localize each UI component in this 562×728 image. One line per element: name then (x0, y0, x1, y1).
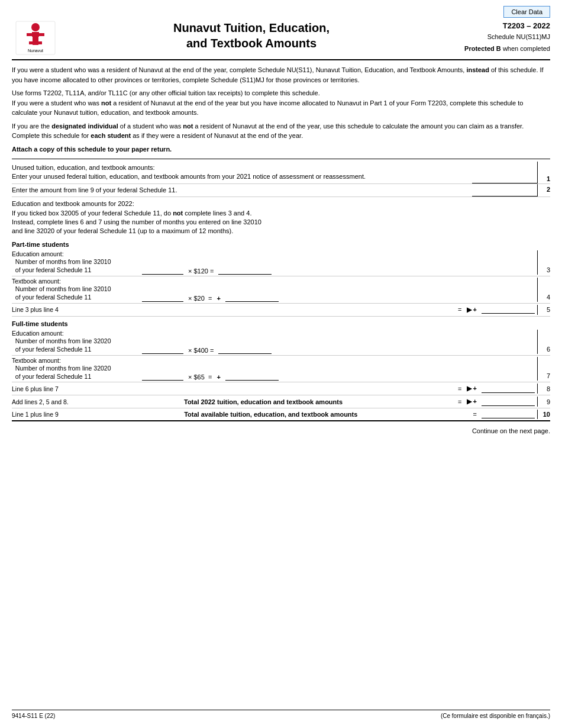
footer: 9414-S11 E (22) (Ce formulaire est dispo… (12, 710, 550, 719)
line6-result-input[interactable] (218, 346, 272, 354)
svg-rect-2 (32, 32, 39, 37)
line2-desc: Enter the amount from line 9 of your fed… (12, 184, 472, 197)
line8-desc: Line 6 plus line 7 (12, 385, 142, 392)
line2-number: 2 (537, 184, 550, 197)
full-time-heading: Full-time students (12, 320, 550, 327)
line2-input[interactable] (472, 187, 537, 197)
line5-arrow: ▶ + (467, 306, 477, 314)
line5-desc: Line 3 plus line 4 (12, 306, 142, 313)
instructions: If you were a student who was a resident… (12, 65, 550, 154)
line9-row: Add lines 2, 5 and 8. Total 2022 tuition… (12, 395, 550, 408)
line4-rate: × $20 = (188, 295, 212, 302)
schedule-name: Schedule NU(S11)MJ (444, 32, 550, 42)
line9-number: 9 (537, 397, 550, 407)
line3-number: 3 (537, 250, 550, 275)
line10-equals: = (473, 411, 477, 418)
protected-b-text: Protected B when completed (464, 45, 550, 52)
line6-row: Education amount: Number of months from … (12, 328, 550, 356)
line7-row: Textbook amount: Number of months from l… (12, 356, 550, 383)
line10-prefix-desc: Line 1 plus line 9 (12, 411, 71, 418)
line3-row: Education amount: Number of months from … (12, 249, 550, 276)
line7-result-input[interactable] (225, 372, 279, 381)
line3-result-input[interactable] (218, 266, 272, 275)
line7-months-input[interactable] (142, 372, 183, 381)
line10-number: 10 (537, 410, 550, 419)
clear-data-button[interactable]: Clear Data (503, 6, 550, 18)
protected-label: Protected B when completed (444, 44, 550, 54)
continue-text: Continue on the next page. (12, 427, 550, 434)
french-note: (Ce formulaire est disponible en françai… (441, 713, 550, 719)
line4-desc: Textbook amount: Number of months from l… (12, 278, 142, 302)
line5-equals: = (142, 306, 464, 313)
line4-number: 4 (537, 278, 550, 302)
line5-result-input[interactable] (482, 305, 535, 314)
form-title-line2: and Textbook Amounts (65, 36, 438, 51)
line9-arrow: ▶ + (467, 398, 477, 405)
form-info: T2203 – 2022 Schedule NU(S11)MJ Protecte… (444, 20, 550, 54)
logo-area: Nunavut (12, 20, 59, 56)
line4-plus: + (217, 295, 220, 302)
line9-total-label: Total 2022 tuition, education and textbo… (71, 398, 456, 405)
edu2022-intro: Education and textbook amounts for 2022:… (12, 197, 550, 237)
line6-rate: × $400 = (188, 347, 214, 354)
line6-number: 6 (537, 330, 550, 354)
line7-number: 7 (537, 357, 550, 381)
form-code: 9414-S11 E (22) (12, 713, 55, 719)
line2-row: Enter the amount from line 9 of your fed… (12, 184, 550, 197)
line3-desc: Education amount: Number of months from … (12, 250, 142, 275)
part-time-heading: Part-time students (12, 241, 550, 248)
line8-row: Line 6 plus line 7 = ▶ + 8 (12, 382, 550, 395)
nunavut-logo: Nunavut (15, 20, 56, 56)
line9-equals: = (458, 398, 461, 405)
header-section: Nunavut Nunavut Tuition, Education, and … (12, 20, 550, 60)
title-area: Nunavut Tuition, Education, and Textbook… (59, 20, 444, 51)
line6-months-input[interactable] (142, 346, 183, 354)
svg-rect-4 (38, 33, 44, 36)
line8-equals: = (142, 385, 464, 392)
line1-number: 1 (537, 162, 550, 183)
line7-rate: × $65 = (188, 373, 212, 381)
line3-rate: × $120 = (188, 268, 214, 275)
line8-number: 8 (537, 384, 550, 394)
line10-row: Line 1 plus line 9 Total available tuiti… (12, 408, 550, 421)
line4-row: Textbook amount: Number of months from l… (12, 276, 550, 304)
line1-desc: Unused tuition, education, and textbook … (12, 162, 472, 183)
svg-rect-3 (27, 33, 33, 36)
line4-result-input[interactable] (225, 294, 279, 302)
line10-result-input[interactable] (482, 410, 535, 418)
line4-months-input[interactable] (142, 294, 183, 302)
svg-rect-7 (37, 41, 42, 44)
form-title-line1: Nunavut Tuition, Education, (65, 20, 438, 36)
line9-prefix-desc: Add lines 2, 5 and 8. (12, 398, 71, 405)
top-bar: Clear Data (12, 6, 550, 18)
line7-desc: Textbook amount: Number of months from l… (12, 357, 142, 381)
svg-rect-6 (29, 41, 34, 44)
line8-result-input[interactable] (482, 385, 535, 393)
line1-input[interactable] (472, 174, 537, 183)
line5-number: 5 (537, 305, 550, 315)
svg-text:Nunavut: Nunavut (28, 49, 43, 53)
line7-plus: + (217, 373, 220, 381)
page: Clear Data Nunavut Nunavut Tuition, Educ… (0, 0, 562, 728)
instruction-para2: Use forms T2202, TL11A, and/or TL11C (or… (12, 88, 550, 118)
line9-result-input[interactable] (482, 398, 535, 406)
line8-arrow: ▶ + (467, 385, 477, 392)
line1-row: Unused tuition, education, and textbook … (12, 162, 550, 184)
instruction-para1: If you were a student who was a resident… (12, 65, 550, 85)
form-body: Unused tuition, education, and textbook … (12, 159, 550, 434)
instruction-para3: If you are the designated individual of … (12, 121, 550, 141)
line3-months-input[interactable] (142, 266, 183, 275)
svg-point-1 (31, 23, 40, 31)
line6-desc: Education amount: Number of months from … (12, 330, 142, 354)
line5-row: Line 3 plus line 4 = ▶ + 5 (12, 304, 550, 317)
line10-total-label: Total available tuition, education, and … (71, 411, 471, 418)
attach-line: Attach a copy of this schedule to your p… (12, 144, 550, 154)
form-number: T2203 – 2022 (444, 20, 550, 32)
